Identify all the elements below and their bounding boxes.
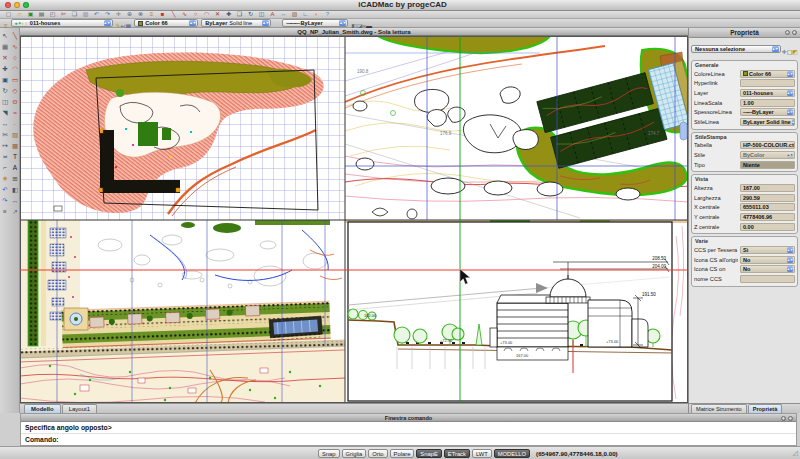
altezza-field[interactable]: 167.00 [740, 184, 795, 192]
layer-dropdown[interactable]: ●✦◐○ 011-houses ▲▼ [11, 19, 113, 27]
palette-collapse-icon[interactable] [792, 30, 797, 35]
stretch-tool-icon[interactable]: ↔ [0, 118, 10, 129]
open-file-icon[interactable]: ▱ [15, 11, 24, 18]
mirror-icon[interactable]: ◫ [257, 11, 266, 18]
lineascala-field[interactable]: 1.00 [740, 99, 795, 107]
extend-tool-icon[interactable]: ↦ [0, 140, 10, 151]
redo-tool-icon[interactable]: ↷ [0, 195, 10, 206]
rotate-icon[interactable]: ↻ [246, 11, 255, 18]
icona-origine-dropdown[interactable]: No▲▼ [740, 256, 795, 264]
copy-entity-icon[interactable]: ❏ [235, 11, 244, 18]
draw-line-icon[interactable]: ╲ [169, 11, 178, 18]
mtext-tool-icon[interactable]: A [10, 162, 20, 173]
tab-layout1[interactable]: Layout1 [62, 404, 97, 413]
viewport-bottom-right[interactable]: 208.50 204.00 191.50 162.00 +72.50 +73.0… [345, 220, 688, 403]
tab-proprieta[interactable]: Proprietà [748, 404, 783, 413]
selection-dropdown[interactable]: Nessuna selezione ▲▼ [691, 45, 781, 53]
select-window-icon[interactable]: ▦ [0, 41, 10, 52]
tabella-dropdown[interactable]: HP-500-COLOUR.ctb▲▼ [740, 141, 795, 149]
text-icon[interactable]: A [268, 11, 277, 18]
move-tool-icon[interactable]: ✚ [0, 63, 10, 74]
help-icon[interactable]: ? [323, 11, 332, 18]
copy-tool-icon[interactable]: ▣ [0, 74, 10, 85]
hyperlink-field[interactable] [740, 79, 795, 87]
griglia-toggle[interactable]: Griglia [342, 449, 367, 458]
stilelinea-dropdown[interactable]: ByLayer Solid line▲▼ [740, 118, 795, 126]
hatch-icon[interactable]: ▨ [290, 11, 299, 18]
leader-tool-icon[interactable]: ↗ [10, 206, 20, 217]
arc-tool-icon[interactable]: ◠ [10, 63, 20, 74]
viewport-top-left[interactable] [20, 36, 345, 220]
cmd-collapse-icon[interactable] [788, 416, 793, 421]
drawing-canvas[interactable]: 190.8 176.9 174.7 [20, 36, 688, 403]
point-tool-icon[interactable]: ∙ [10, 118, 20, 129]
z-centrale-field[interactable]: 0.00 [740, 223, 795, 231]
command-prompt-input[interactable]: Comando: [21, 434, 796, 445]
circle-tool-icon[interactable]: ○ [10, 52, 20, 63]
etrack-toggle[interactable]: ETrack [444, 449, 470, 458]
rectangle-tool-icon[interactable]: ▭ [10, 74, 20, 85]
draw-arc-icon[interactable]: ◠ [202, 11, 211, 18]
layer-plot-icon[interactable]: ○ [25, 20, 28, 26]
polygon-tool-icon[interactable]: ◇ [10, 85, 20, 96]
canvas-scrollbar-thumb[interactable] [680, 122, 687, 140]
icona-cs-on-dropdown[interactable]: No▲▼ [740, 265, 795, 273]
lwt-toggle[interactable]: LWT [472, 449, 492, 458]
color-control-icon[interactable]: ■ [158, 11, 167, 18]
viewport-top-right[interactable]: 190.8 176.9 174.7 [345, 36, 688, 220]
viewport-bottom-left[interactable] [20, 220, 345, 403]
lineweight-dropdown[interactable]: ——— ByLayer ▲▼ [282, 19, 348, 27]
stepper-icon[interactable]: ▲▼ [339, 20, 346, 26]
trim-tool-icon[interactable]: ✄ [0, 129, 10, 140]
block-tool-icon[interactable]: ◧ [10, 184, 20, 195]
offset-tool-icon[interactable]: ≍ [0, 151, 10, 162]
properties-tool-icon[interactable]: ≡ [0, 206, 10, 217]
spessorelinea-dropdown[interactable]: ——ByLayer▲▼ [740, 108, 795, 116]
stepper-icon[interactable]: ▲▼ [262, 20, 269, 26]
ucs-icon[interactable]: ∟ [301, 11, 310, 18]
mirror-tool-icon[interactable]: ◫ [0, 96, 10, 107]
colorelinea-dropdown[interactable]: Color 66▲▼ [740, 70, 795, 78]
modello-toggle[interactable]: MODELLO [494, 449, 530, 458]
linestyle-dropdown[interactable]: ByLayer Solid line ▲▼ [201, 19, 271, 27]
render-icon[interactable]: ◐ [312, 11, 321, 18]
save-file-icon[interactable]: ▣ [26, 11, 35, 18]
toggle-value-icon[interactable]: ◩ [792, 49, 798, 55]
paste-clip-icon[interactable]: ▥ [81, 11, 90, 18]
hatch-tool-icon[interactable]: ▨ [10, 129, 20, 140]
stepper-icon[interactable]: ▲▼ [772, 46, 779, 52]
stile-dropdown[interactable]: ByColor▲▼ [740, 151, 795, 159]
layer-field-dropdown[interactable]: 011-houses▲▼ [740, 89, 795, 97]
explode-tool-icon[interactable]: ✳ [0, 173, 10, 184]
copy-clip-icon[interactable]: ❏ [70, 11, 79, 18]
y-centrale-field[interactable]: 4778406.96 [740, 213, 795, 221]
move-icon[interactable]: ✚ [224, 11, 233, 18]
redo-icon[interactable]: ↷ [103, 11, 112, 18]
ellipse-tool-icon[interactable]: ⊙ [10, 96, 20, 107]
ccs-tessera-dropdown[interactable]: Sì▲▼ [740, 246, 795, 254]
line-tool-icon[interactable]: ╲ [10, 30, 20, 41]
polyline-tool-icon[interactable]: ∿ [10, 41, 20, 52]
resize-grip-icon[interactable]: ◿ [793, 449, 798, 457]
x-centrale-field[interactable]: 655011.03 [740, 203, 795, 211]
plot-icon[interactable]: ▤ [37, 11, 46, 18]
orto-toggle[interactable]: Orto [368, 449, 387, 458]
layer-manager-icon[interactable]: ≡ [147, 11, 156, 18]
zoom-extents-icon[interactable]: ⊗ [136, 11, 145, 18]
tab-matrice-strumento[interactable]: Matrice Strumento [691, 404, 747, 413]
snap-toggle[interactable]: Snap [318, 449, 340, 458]
dimension-tool-icon[interactable]: ↔ [10, 195, 20, 206]
region-tool-icon[interactable]: ▩ [10, 140, 20, 151]
fillet-tool-icon[interactable]: ⌐ [0, 162, 10, 173]
polare-toggle[interactable]: Polare [390, 449, 415, 458]
draw-polyline-icon[interactable]: ∿ [180, 11, 189, 18]
minimize-window-icon[interactable] [14, 2, 20, 8]
scale-tool-icon[interactable]: ◥ [0, 107, 10, 118]
palette-close-icon[interactable] [785, 30, 790, 35]
rotate-tool-icon[interactable]: ↻ [0, 85, 10, 96]
pointer-icon[interactable]: ↖ [0, 30, 10, 41]
tipo-field[interactable]: Niente [740, 161, 795, 169]
draw-circle-icon[interactable]: ○ [191, 11, 200, 18]
table-tool-icon[interactable]: ⊞ [10, 173, 20, 184]
snape-toggle[interactable]: SnapE [416, 449, 441, 458]
